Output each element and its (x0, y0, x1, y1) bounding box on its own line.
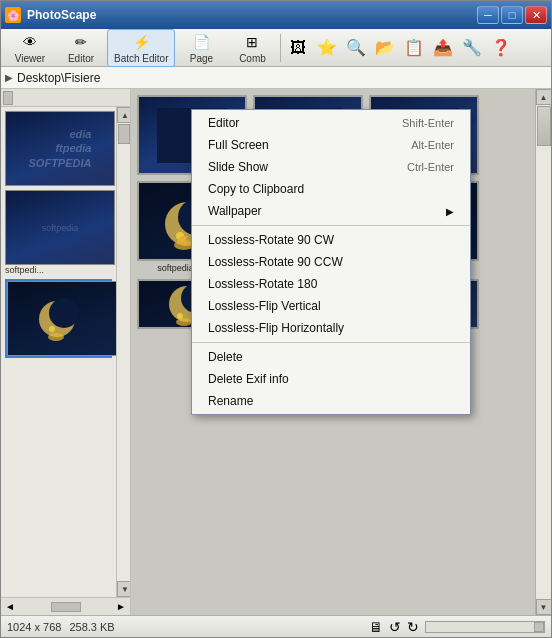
menu-separator-1 (192, 225, 470, 226)
titlebar: 🌸 PhotoScape ─ □ ✕ (1, 1, 551, 29)
moon-thumb-svg (32, 291, 92, 346)
clipboard-icon: 📋 (404, 38, 424, 58)
left-panel: ediaftpediaSOFTPEDIA softpedia softpedi.… (1, 89, 131, 615)
scroll-up-arrow[interactable]: ▲ (117, 107, 130, 123)
toolbar-editor[interactable]: ✏ Editor (56, 29, 106, 67)
menu-item-delete-exif-label: Delete Exif info (208, 372, 289, 386)
toolbar-extra-3[interactable]: 🔍 (342, 35, 370, 61)
toolbar-extra-7[interactable]: 🔧 (458, 35, 486, 61)
status-scrollbar-thumb[interactable] (534, 622, 544, 632)
search-icon: 🔍 (346, 38, 366, 58)
menu-item-delete[interactable]: Delete (192, 346, 470, 368)
thumb-label-2: softpedia (42, 223, 79, 233)
minimize-button[interactable]: ─ (477, 6, 499, 24)
right-arrow-btn[interactable]: ► (116, 601, 126, 612)
menu-item-slideshow[interactable]: Slide Show Ctrl-Enter (192, 156, 470, 178)
toolbar-extra-2[interactable]: ⭐ (313, 35, 341, 61)
star-icon: ⭐ (317, 38, 337, 58)
status-dimensions: 1024 x 768 (7, 621, 61, 633)
toolbar-extra-6[interactable]: 📤 (429, 35, 457, 61)
folder-icon: 📂 (375, 38, 395, 58)
watermark-text: ediaftpediaSOFTPEDIA (29, 127, 92, 170)
menu-item-flip-v[interactable]: Lossless-Flip Vertical (192, 295, 470, 317)
menu-item-fullscreen-label: Full Screen (208, 138, 269, 152)
menu-item-rotate-180-label: Lossless-Rotate 180 (208, 277, 317, 291)
app-window: 🌸 PhotoScape ─ □ ✕ 👁 Viewer ✏ Editor ⚡ B… (0, 0, 552, 638)
menu-item-flip-v-label: Lossless-Flip Vertical (208, 299, 321, 313)
bottom-scroll-thumb[interactable] (51, 602, 81, 612)
toolbar-extra-8[interactable]: ❓ (487, 35, 515, 61)
svg-point-3 (49, 326, 55, 332)
list-item[interactable]: ediaftpediaSOFTPEDIA (5, 111, 112, 186)
menu-item-rename[interactable]: Rename (192, 390, 470, 412)
toolbar-page[interactable]: 📄 Page (176, 29, 226, 67)
status-undo-icon[interactable]: ↺ (389, 619, 401, 635)
maximize-button[interactable]: □ (501, 6, 523, 24)
scroll-track (117, 123, 130, 581)
editor-icon: ✏ (71, 32, 91, 52)
toolbar: 👁 Viewer ✏ Editor ⚡ Batch Editor 📄 Page … (1, 29, 551, 67)
page-label: Page (190, 53, 213, 64)
viewer-label: Viewer (15, 53, 45, 64)
left-arrow-btn[interactable]: ◄ (5, 601, 15, 612)
toolbar-extra-1[interactable]: 🖼 (284, 35, 312, 61)
status-filesize: 258.3 KB (69, 621, 114, 633)
toolbar-extra-5[interactable]: 📋 (400, 35, 428, 61)
toolbar-viewer[interactable]: 👁 Viewer (5, 29, 55, 67)
left-panel-scroll[interactable]: ediaftpediaSOFTPEDIA softpedia softpedi.… (1, 107, 116, 597)
menu-item-wallpaper-label: Wallpaper (208, 204, 262, 218)
menu-item-rotate-cw-label: Lossless-Rotate 90 CW (208, 233, 334, 247)
list-item[interactable] (5, 279, 112, 358)
left-scrollbar[interactable]: ▲ ▼ (116, 107, 130, 597)
context-menu-overlay[interactable]: Editor Shift-Enter Full Screen Alt-Enter… (131, 89, 551, 615)
menu-item-rotate-180[interactable]: Lossless-Rotate 180 (192, 273, 470, 295)
menu-item-copy-clipboard[interactable]: Copy to Clipboard (192, 178, 470, 200)
menu-item-delete-label: Delete (208, 350, 243, 364)
menu-item-rename-label: Rename (208, 394, 253, 408)
toolbar-extra-4[interactable]: 📂 (371, 35, 399, 61)
content-wrapper: softpedia_wallp... (131, 89, 551, 615)
batch-icon: ⚡ (131, 32, 151, 52)
menu-item-rotate-ccw-label: Lossless-Rotate 90 CCW (208, 255, 343, 269)
svg-point-2 (48, 333, 64, 341)
menu-item-editor-label: Editor (208, 116, 239, 130)
menu-item-rotate-ccw[interactable]: Lossless-Rotate 90 CCW (192, 251, 470, 273)
status-redo-icon[interactable]: ↻ (407, 619, 419, 635)
menu-item-delete-exif[interactable]: Delete Exif info (192, 368, 470, 390)
left-panel-bottom: ◄ ► (1, 597, 130, 615)
scroll-down-arrow[interactable]: ▼ (117, 581, 130, 597)
main-area: ediaftpediaSOFTPEDIA softpedia softpedi.… (1, 89, 551, 615)
frame-icon: 🖼 (288, 38, 308, 58)
left-panel-inner: ediaftpediaSOFTPEDIA softpedia softpedi.… (1, 107, 130, 597)
status-scrollbar[interactable] (425, 621, 545, 633)
toolbar-batch-editor[interactable]: ⚡ Batch Editor (107, 29, 175, 67)
thumb-image-1: ediaftpediaSOFTPEDIA (5, 111, 115, 186)
status-screen-icon[interactable]: 🖥 (369, 619, 383, 635)
editor-label: Editor (68, 53, 94, 64)
scroll-thumb[interactable] (118, 124, 130, 144)
toolbar-separator-1 (280, 34, 281, 62)
menu-item-editor[interactable]: Editor Shift-Enter (192, 112, 470, 134)
menu-item-flip-h-label: Lossless-Flip Horizontally (208, 321, 344, 335)
app-icon: 🌸 (5, 7, 21, 23)
thumb-image-2: softpedia (5, 190, 115, 265)
batch-label: Batch Editor (114, 53, 168, 64)
titlebar-buttons: ─ □ ✕ (477, 6, 547, 24)
addressbar: ▶ Desktop\Fisiere (1, 67, 551, 89)
toolbar-comb[interactable]: ⊞ Comb (227, 29, 277, 67)
close-button[interactable]: ✕ (525, 6, 547, 24)
menu-item-flip-h[interactable]: Lossless-Flip Horizontally (192, 317, 470, 339)
settings-icon: 🔧 (462, 38, 482, 58)
menu-item-slideshow-label: Slide Show (208, 160, 268, 174)
scroll-handle[interactable] (3, 91, 13, 105)
page-icon: 📄 (191, 32, 211, 52)
help-icon: ❓ (491, 38, 511, 58)
menu-item-rotate-cw[interactable]: Lossless-Rotate 90 CW (192, 229, 470, 251)
svg-point-1 (49, 298, 79, 328)
viewer-icon: 👁 (20, 32, 40, 52)
menu-item-fullscreen[interactable]: Full Screen Alt-Enter (192, 134, 470, 156)
left-top-bar (1, 89, 130, 107)
list-item[interactable]: softpedia softpedi... (5, 190, 112, 275)
menu-item-wallpaper[interactable]: Wallpaper ▶ (192, 200, 470, 222)
export-icon: 📤 (433, 38, 453, 58)
